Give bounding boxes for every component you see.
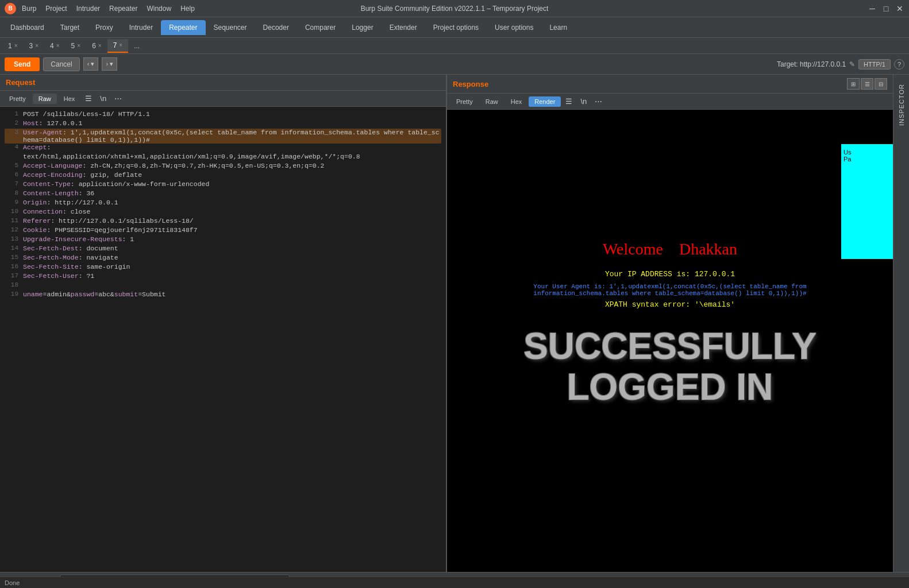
render-xpath: XPATH syntax error: '\emails' (605, 300, 735, 309)
nav-tab-dashboard[interactable]: Dashboard (2, 20, 52, 35)
request-raw-tab[interactable]: Raw (33, 94, 57, 104)
inspector-label[interactable]: INSPECTOR (898, 79, 905, 130)
request-line-18: 18 (5, 281, 441, 291)
cyan-box-us: Us (843, 149, 891, 156)
render-view: Welcome Dhakkan Your IP ADDRESS is: 127.… (447, 110, 893, 572)
request-body[interactable]: 1 POST /sqlilabs/Less-18/ HTTP/1.1 2 Hos… (0, 107, 446, 572)
title-bar-menu: Burp Project Intruder Repeater Window He… (22, 5, 195, 13)
help-icon[interactable]: ? (894, 59, 904, 69)
request-line-17: 17 Sec-Fetch-User: ?1 (5, 272, 441, 281)
response-list-icon[interactable]: ☰ (562, 95, 576, 107)
response-panel: Response ⊞ ☰ ⊟ Pretty Raw Hex Render ☰ \… (447, 75, 893, 572)
request-line-10: 10 Connection: close (5, 208, 441, 217)
request-list-icon[interactable]: ☰ (82, 92, 95, 105)
menu-intruder[interactable]: Intruder (76, 5, 100, 13)
request-line-1: 1 POST /sqlilabs/Less-18/ HTTP/1.1 (5, 110, 441, 119)
repeater-tab-1[interactable]: 1 × (2, 40, 24, 52)
minimize-button[interactable]: ─ (868, 4, 877, 13)
request-line-8: 8 Content-Length: 36 (5, 189, 441, 199)
repeater-tab-7[interactable]: 7 × (107, 39, 129, 53)
menu-help[interactable]: Help (180, 5, 195, 13)
forward-button[interactable]: › ▾ (102, 57, 117, 71)
nav-tab-decoder[interactable]: Decoder (255, 20, 297, 35)
target-url: Target: http://127.0.0.1 (777, 60, 846, 68)
request-hex-tab[interactable]: Hex (58, 94, 81, 104)
nav-tab-logger[interactable]: Logger (344, 20, 381, 35)
request-line-4a: 4 Accept: (5, 144, 441, 153)
render-logged-text: LOGGED IN (567, 367, 773, 407)
menu-project[interactable]: Project (45, 5, 67, 13)
response-wrap-icon[interactable]: \n (577, 95, 590, 107)
request-line-13: 13 Upgrade-Insecure-Requests: 1 (5, 235, 441, 245)
view-list-button[interactable]: ☰ (861, 78, 873, 90)
nav-tab-learn[interactable]: Learn (541, 20, 575, 35)
request-line-7: 7 Content-Type: application/x-www-form-u… (5, 180, 441, 189)
menu-repeater[interactable]: Repeater (109, 5, 137, 13)
render-success-text: SUCCESSFULLY (523, 326, 816, 366)
nav-tab-sequencer[interactable]: Sequencer (206, 20, 255, 35)
repeater-tab-more[interactable]: ... (128, 40, 145, 52)
response-more-icon[interactable]: ⋯ (591, 95, 606, 107)
request-line-11: 11 Referer: http://127.0.0.1/sqlilabs/Le… (5, 217, 441, 226)
response-hex-tab[interactable]: Hex (505, 96, 528, 107)
request-line-15: 15 Sec-Fetch-Mode: navigate (5, 254, 441, 263)
nav-tab-repeater[interactable]: Repeater (161, 20, 205, 35)
response-header: Response ⊞ ☰ ⊟ (447, 75, 893, 94)
request-format-tabs: Pretty Raw Hex ☰ \n ⋯ (0, 91, 446, 107)
render-welcome: Welcome Dhakkan (603, 240, 737, 258)
request-pretty-tab[interactable]: Pretty (3, 94, 32, 104)
window-controls: ─ □ ✕ (868, 4, 904, 13)
request-line-12: 12 Cookie: PHPSESSID=qegjouerlf6nj2971ti… (5, 226, 441, 235)
repeater-tab-6[interactable]: 6 × (86, 40, 107, 52)
render-useragent: Your User Agent is: 1',1,updatexml(1,con… (498, 283, 842, 297)
view-single-button[interactable]: ⊟ (875, 78, 887, 90)
maximize-button[interactable]: □ (881, 4, 891, 13)
title-bar-left: B Burp Project Intruder Repeater Window … (5, 3, 195, 14)
nav-tab-proxy[interactable]: Proxy (87, 20, 121, 35)
repeater-tab-3[interactable]: 3 × (24, 40, 45, 52)
request-line-3: 3 User-Agent: 1',1,updatexml(1,concat(0x… (5, 129, 441, 144)
target-info: Target: http://127.0.0.1 ✎ HTTP/1 ? (777, 59, 904, 69)
nav-tab-comparer[interactable]: Comparer (297, 20, 344, 35)
request-line-6: 6 Accept-Encoding: gzip, deflate (5, 171, 441, 180)
request-more-icon[interactable]: ⋯ (111, 92, 125, 105)
http-version-badge[interactable]: HTTP/1 (858, 59, 891, 69)
cyan-box: Us Pa (841, 144, 893, 259)
request-line-4b: text/html,application/xhtml+xml,applicat… (5, 153, 441, 162)
request-line-19: 19 uname=admin&passwd=abc&submit=Submit (5, 291, 441, 300)
nav-tab-extender[interactable]: Extender (382, 20, 425, 35)
nav-tab-intruder[interactable]: Intruder (121, 20, 161, 35)
toolbar: Send Cancel ‹ ▾ › ▾ Target: http://127.0… (0, 54, 909, 75)
response-raw-tab[interactable]: Raw (480, 96, 504, 107)
menu-burp[interactable]: Burp (22, 5, 36, 13)
repeater-tab-5[interactable]: 5 × (66, 40, 87, 52)
view-split-button[interactable]: ⊞ (847, 78, 860, 90)
nav-tab-project-options[interactable]: Project options (425, 20, 487, 35)
main-nav: Dashboard Target Proxy Intruder Repeater… (0, 17, 909, 38)
request-wrap-icon[interactable]: \n (97, 92, 110, 105)
send-button[interactable]: Send (5, 57, 40, 71)
menu-window[interactable]: Window (147, 5, 171, 13)
nav-tab-target[interactable]: Target (52, 20, 87, 35)
response-pretty-tab[interactable]: Pretty (450, 96, 479, 107)
render-ip: Your IP ADDRESS is: 127.0.0.1 (605, 270, 735, 278)
cancel-button[interactable]: Cancel (43, 57, 79, 71)
response-format-tabs: Pretty Raw Hex Render ☰ \n ⋯ (447, 94, 893, 110)
request-line-14: 14 Sec-Fetch-Dest: document (5, 245, 441, 254)
back-button[interactable]: ‹ ▾ (83, 57, 99, 71)
repeater-tabs: 1 × 3 × 4 × 5 × 6 × 7 × ... (0, 38, 909, 54)
edit-target-icon[interactable]: ✎ (849, 60, 855, 68)
request-line-5: 5 Accept-Language: zh-CN,zh;q=0.8,zh-TW;… (5, 162, 441, 171)
request-line-9: 9 Origin: http://127.0.0.1 (5, 199, 441, 208)
title-bar: B Burp Project Intruder Repeater Window … (0, 0, 909, 17)
response-render-tab[interactable]: Render (529, 96, 561, 107)
repeater-tab-4[interactable]: 4 × (44, 40, 66, 52)
request-line-2: 2 Host: 127.0.0.1 (5, 119, 441, 129)
nav-tab-user-options[interactable]: User options (487, 20, 541, 35)
app-logo: B (5, 3, 16, 14)
status-bar: Done (0, 577, 909, 588)
window-title: Burp Suite Community Edition v2022.1.1 –… (361, 5, 549, 13)
main-content: Request Pretty Raw Hex ☰ \n ⋯ 1 POST /sq… (0, 75, 909, 572)
response-body: Welcome Dhakkan Your IP ADDRESS is: 127.… (447, 110, 893, 572)
close-button[interactable]: ✕ (895, 4, 904, 13)
